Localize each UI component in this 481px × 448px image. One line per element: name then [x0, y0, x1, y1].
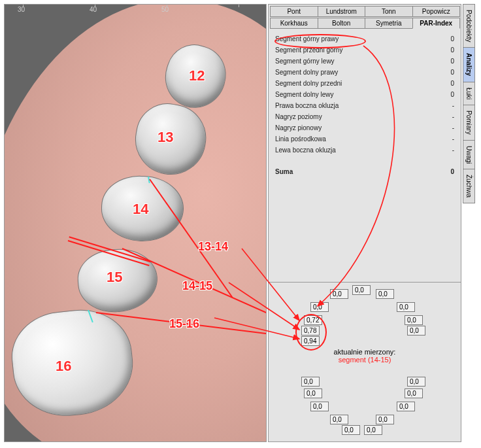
list-row: Nagryz pionowy- — [275, 122, 454, 133]
list-row: Linia pośrodkowa- — [275, 133, 454, 145]
arch-cell[interactable]: 0,0 — [310, 302, 329, 312]
viewport-3d[interactable]: 12 13 14 15 16 13-14 14-15 15-16 30 40 5… — [4, 4, 267, 442]
arch-cell[interactable]: 0,0 — [364, 425, 382, 435]
arch-cell[interactable]: 0,0 — [330, 415, 348, 424]
ruler-tick-30: 30 — [18, 6, 25, 13]
tab-lundstrom[interactable]: Lundstrom — [318, 6, 366, 17]
arch-cell[interactable]: 0,0 — [330, 289, 348, 299]
list-row: Segment przedni górny0 — [275, 44, 454, 56]
list-row: Segment górny prawy0 — [275, 33, 454, 44]
ruler: 30 40 50 — [5, 5, 266, 16]
arch-cell-measured[interactable]: 0,72 — [304, 315, 322, 325]
arch-cell[interactable]: 0,0 — [352, 285, 371, 295]
list-row: Nagryz poziomy- — [275, 111, 454, 122]
ruler-tick-40: 40 — [90, 6, 97, 13]
vtab-analizy[interactable]: Analizy — [463, 47, 475, 82]
arch-cell[interactable]: 0,0 — [405, 388, 423, 398]
tab-row-2: Korkhaus Bolton Symetria PAR-Index — [269, 16, 461, 28]
tab-pont[interactable]: Pont — [270, 6, 318, 17]
list-row: Prawa boczna okluzja- — [275, 100, 454, 111]
arch-cell[interactable]: 0,0 — [407, 326, 425, 336]
arch-cell[interactable]: 0,0 — [301, 377, 320, 387]
vtab-zuchwa[interactable]: Żuchwa — [463, 169, 475, 203]
tab-bolton[interactable]: Bolton — [318, 18, 366, 29]
ruler-tick-50: 50 — [161, 6, 169, 13]
arch-cell[interactable]: 0,0 — [376, 289, 394, 299]
label-15-16: 15-16 — [169, 317, 199, 331]
arch-cell-measured[interactable]: 0,94 — [301, 336, 320, 346]
list-row: Segment górny lewy0 — [275, 56, 454, 67]
tab-popowicz[interactable]: Popowicz — [412, 6, 461, 17]
list-row: Segment dolny prawy0 — [275, 67, 454, 78]
arch-diagram: 0,0 0,0 0,0 0,0 0,0 0,72 0,0 0,78 0,0 0,… — [269, 282, 461, 441]
tab-tonn[interactable]: Tonn — [365, 6, 413, 17]
arch-cell[interactable]: 0,0 — [376, 415, 394, 424]
arch-cell[interactable]: 0,0 — [397, 302, 415, 312]
list-row: Segment dolny lewy0 — [275, 89, 454, 100]
par-list: Segment górny prawy0 Segment przedni gór… — [269, 28, 461, 180]
arch-cell[interactable]: 0,0 — [405, 315, 423, 325]
arch-cell[interactable]: 0,0 — [407, 377, 425, 387]
arch-cell[interactable]: 0,0 — [397, 402, 415, 411]
vtab-podobiekty[interactable]: Podobiekty — [463, 4, 475, 48]
vtab-pomiary[interactable]: Pomiary — [463, 105, 475, 141]
list-row: Lewa boczna okluzja- — [275, 145, 454, 156]
vtab-luki[interactable]: Łuki — [463, 82, 475, 105]
vertical-tabs: Podobiekty Analizy Łuki Pomiary Uwagi Żu… — [463, 4, 477, 442]
list-row: Segment dolny przedni0 — [275, 78, 454, 89]
label-14-15: 14-15 — [182, 279, 212, 293]
tab-korkhaus[interactable]: Korkhaus — [270, 18, 318, 29]
side-panel: Pont Lundstrom Tonn Popowicz Korkhaus Bo… — [268, 4, 461, 442]
app-window: 12 13 14 15 16 13-14 14-15 15-16 30 40 5… — [0, 0, 481, 448]
list-sum: Suma0 — [275, 166, 454, 177]
arch-cell-measured[interactable]: 0,78 — [301, 326, 320, 336]
label-13-14: 13-14 — [198, 240, 228, 254]
arch-cell[interactable]: 0,0 — [304, 388, 322, 398]
tab-symetria[interactable]: Symetria — [365, 18, 413, 29]
tab-row-1: Pont Lundstrom Tonn Popowicz — [269, 5, 461, 16]
arch-cell[interactable]: 0,0 — [342, 425, 360, 435]
vtab-uwagi[interactable]: Uwagi — [463, 140, 475, 170]
tab-par-index[interactable]: PAR-Index — [412, 18, 461, 29]
arch-cell[interactable]: 0,0 — [310, 402, 329, 411]
current-measure-msg: aktualnie mierzony: segment (14-15) — [269, 348, 461, 364]
lower-arch: 0,0 0,0 0,0 0,0 0,0 0,0 0,0 0,0 0,0 0,0 — [269, 365, 461, 445]
